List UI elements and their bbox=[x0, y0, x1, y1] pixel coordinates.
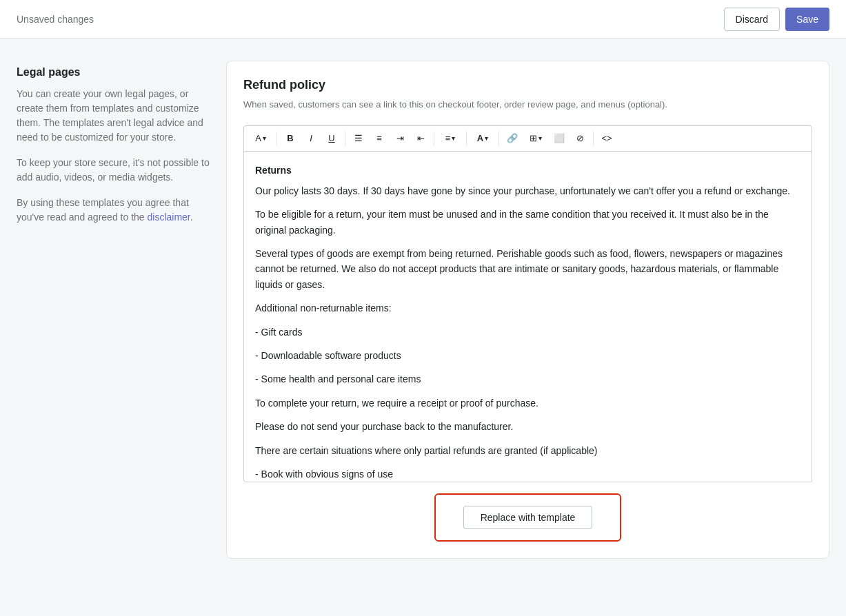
editor-para-5: To complete your return, we require a re… bbox=[255, 396, 800, 411]
block-icon: ⊘ bbox=[576, 133, 584, 143]
editor-para-2: To be eligible for a return, your item m… bbox=[255, 207, 800, 238]
align-dropdown-button[interactable]: ≡ ▾ bbox=[438, 129, 463, 148]
sidebar-paragraph-1: You can create your own legal pages, or … bbox=[17, 87, 210, 145]
list-icon: ☰ bbox=[354, 133, 363, 143]
color-chevron-icon: ▾ bbox=[485, 134, 488, 142]
align-icon: ≡ bbox=[445, 133, 451, 143]
replace-with-template-button[interactable]: Replace with template bbox=[463, 506, 593, 529]
editor-list-4: - Book with obvious signs of use bbox=[255, 466, 800, 482]
outdent-icon: ⇤ bbox=[417, 133, 425, 143]
indent-icon: ⇥ bbox=[396, 133, 404, 143]
sidebar-paragraph-3-post: . bbox=[190, 212, 193, 223]
editor-list-1: - Gift cards bbox=[255, 325, 800, 340]
font-size-label: A bbox=[255, 133, 261, 143]
editor-toolbar: A ▾ B I U ☰ ≡ bbox=[243, 125, 812, 152]
discard-button[interactable]: Discard bbox=[724, 8, 780, 31]
sidebar-title: Legal pages bbox=[17, 66, 210, 79]
editor-title: Refund policy bbox=[243, 78, 812, 92]
table-dropdown-button[interactable]: ⊞ ▾ bbox=[523, 129, 548, 148]
color-label-icon: A bbox=[477, 133, 483, 143]
ordered-list-button[interactable]: ≡ bbox=[370, 129, 389, 148]
editor-body[interactable]: Returns Our policy lasts 30 days. If 30 … bbox=[243, 152, 812, 482]
template-button-area: Replace with template bbox=[243, 493, 812, 542]
underline-button[interactable]: U bbox=[322, 129, 341, 148]
sidebar: Legal pages You can create your own lega… bbox=[17, 61, 210, 559]
toolbar-separator-4 bbox=[466, 132, 467, 145]
image-icon: ⬜ bbox=[554, 133, 565, 143]
editor-list-2: - Downloadable software products bbox=[255, 348, 800, 363]
editor-para-6: Please do not send your purchase back to… bbox=[255, 419, 800, 434]
top-bar: Unsaved changes Discard Save bbox=[0, 0, 846, 39]
save-button[interactable]: Save bbox=[785, 8, 829, 31]
link-button[interactable]: 🔗 bbox=[503, 129, 522, 148]
block-button[interactable]: ⊘ bbox=[570, 129, 590, 148]
unsaved-changes-label: Unsaved changes bbox=[17, 14, 94, 25]
template-button-wrapper: Replace with template bbox=[434, 493, 622, 542]
editor-para-4: Additional non-returnable items: bbox=[255, 300, 800, 316]
editor-para-1: Our policy lasts 30 days. If 30 days hav… bbox=[255, 183, 800, 198]
editor-subtitle: When saved, customers can see a link to … bbox=[243, 98, 812, 112]
font-size-button[interactable]: A ▾ bbox=[248, 129, 273, 148]
indent-button[interactable]: ⇥ bbox=[390, 129, 410, 148]
editor-para-7: There are certain situations where only … bbox=[255, 443, 800, 458]
outdent-button[interactable]: ⇤ bbox=[411, 129, 430, 148]
code-icon: <> bbox=[601, 133, 612, 143]
toolbar-separator-5 bbox=[498, 132, 499, 145]
code-button[interactable]: <> bbox=[597, 129, 616, 148]
color-dropdown-button[interactable]: A ▾ bbox=[470, 129, 495, 148]
font-size-chevron-icon: ▾ bbox=[263, 134, 266, 142]
table-chevron-icon: ▾ bbox=[538, 134, 542, 142]
toolbar-separator-3 bbox=[434, 132, 434, 145]
editor-list-3: - Some health and personal care items bbox=[255, 371, 800, 387]
toolbar-separator-1 bbox=[276, 132, 277, 145]
toolbar-separator-2 bbox=[345, 132, 345, 145]
editor-heading: Returns bbox=[255, 163, 800, 178]
link-icon: 🔗 bbox=[507, 133, 518, 143]
bold-button[interactable]: B bbox=[281, 129, 300, 148]
editor-para-3: Several types of goods are exempt from b… bbox=[255, 246, 800, 292]
sidebar-paragraph-2: To keep your store secure, it's not poss… bbox=[17, 156, 210, 185]
ordered-list-icon: ≡ bbox=[376, 133, 382, 143]
image-button[interactable]: ⬜ bbox=[550, 129, 569, 148]
italic-button[interactable]: I bbox=[301, 129, 321, 148]
disclaimer-link[interactable]: disclaimer bbox=[147, 212, 190, 223]
main-content: Legal pages You can create your own lega… bbox=[0, 39, 846, 581]
top-bar-actions: Discard Save bbox=[724, 8, 829, 31]
table-icon: ⊞ bbox=[530, 133, 537, 143]
sidebar-paragraph-3: By using these templates you agree that … bbox=[17, 196, 210, 225]
editor-card: Refund policy When saved, customers can … bbox=[226, 61, 829, 559]
unordered-list-button[interactable]: ☰ bbox=[349, 129, 368, 148]
toolbar-separator-6 bbox=[593, 132, 594, 145]
align-chevron-icon: ▾ bbox=[452, 134, 455, 142]
